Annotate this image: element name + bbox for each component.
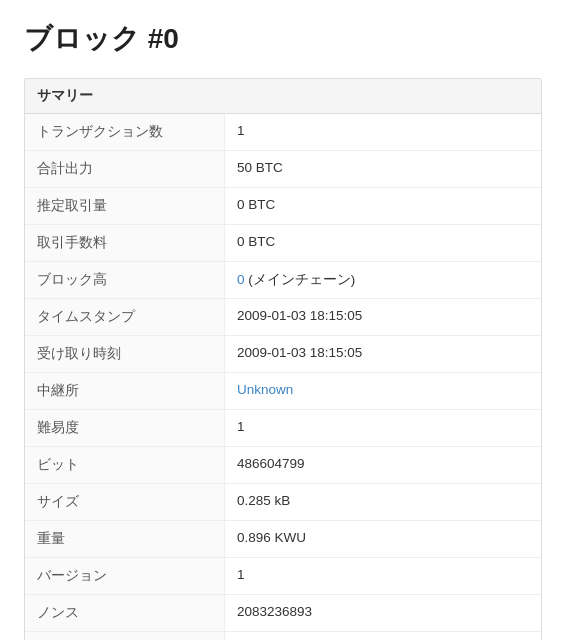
row-label: タイムスタンプ [25, 299, 225, 335]
row-value: 50 BTC [225, 151, 541, 187]
row-label: 受け取り時刻 [25, 336, 225, 372]
row-value: 0 (メインチェーン) [225, 262, 541, 298]
row-label: 推定取引量 [25, 188, 225, 224]
row-value: 1 [225, 558, 541, 594]
row-value: 50 BTC [225, 632, 541, 640]
table-row: 難易度1 [25, 410, 541, 447]
table-row: 重量0.896 KWU [25, 521, 541, 558]
summary-table: トランザクション数1合計出力50 BTC推定取引量0 BTC取引手数料0 BTC… [25, 114, 541, 640]
row-label: サイズ [25, 484, 225, 520]
table-row: ブロック報酬50 BTC [25, 632, 541, 640]
table-row: サイズ0.285 kB [25, 484, 541, 521]
table-row: 取引手数料0 BTC [25, 225, 541, 262]
row-label: ノンス [25, 595, 225, 631]
table-row: 受け取り時刻2009-01-03 18:15:05 [25, 336, 541, 373]
summary-header: サマリー [25, 79, 541, 114]
table-row: 推定取引量0 BTC [25, 188, 541, 225]
row-link[interactable]: Unknown [237, 382, 293, 397]
row-value: 0 BTC [225, 225, 541, 261]
page-title: ブロック #0 [24, 20, 542, 58]
row-link[interactable]: 0 [237, 272, 245, 287]
row-label: バージョン [25, 558, 225, 594]
row-value: 486604799 [225, 447, 541, 483]
row-value: 0.896 KWU [225, 521, 541, 557]
row-value: 2009-01-03 18:15:05 [225, 299, 541, 335]
row-value: 1 [225, 410, 541, 446]
row-label: 合計出力 [25, 151, 225, 187]
row-label: 取引手数料 [25, 225, 225, 261]
summary-section: サマリー トランザクション数1合計出力50 BTC推定取引量0 BTC取引手数料… [24, 78, 542, 640]
row-label: 難易度 [25, 410, 225, 446]
row-value: 0.285 kB [225, 484, 541, 520]
row-value: 0 BTC [225, 188, 541, 224]
row-value: 1 [225, 114, 541, 150]
row-value: 2009-01-03 18:15:05 [225, 336, 541, 372]
table-row: 中継所Unknown [25, 373, 541, 410]
row-value: Unknown [225, 373, 541, 409]
table-row: タイムスタンプ2009-01-03 18:15:05 [25, 299, 541, 336]
row-label: ブロック報酬 [25, 632, 225, 640]
table-row: ノンス2083236893 [25, 595, 541, 632]
row-label: 中継所 [25, 373, 225, 409]
row-label: トランザクション数 [25, 114, 225, 150]
row-label: 重量 [25, 521, 225, 557]
row-label: ブロック高 [25, 262, 225, 298]
table-row: トランザクション数1 [25, 114, 541, 151]
table-row: 合計出力50 BTC [25, 151, 541, 188]
table-row: バージョン1 [25, 558, 541, 595]
row-label: ビット [25, 447, 225, 483]
table-row: ビット486604799 [25, 447, 541, 484]
row-value: 2083236893 [225, 595, 541, 631]
table-row: ブロック高0 (メインチェーン) [25, 262, 541, 299]
